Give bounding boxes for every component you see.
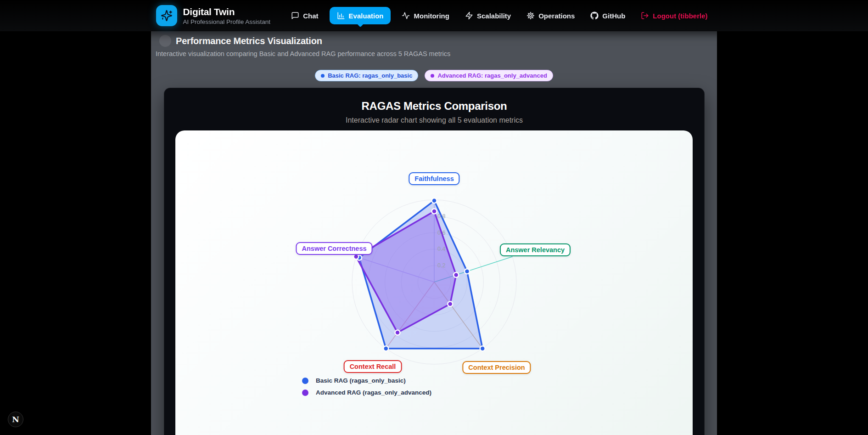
experiment-badges: Basic RAG: ragas_only_basic Advanced RAG… <box>151 70 717 81</box>
page-title: Performance Metrics Visualization <box>176 36 322 46</box>
github-icon <box>590 11 599 20</box>
nav-item-operations[interactable]: Operations <box>522 8 579 23</box>
nav-item-label: Monitoring <box>414 12 449 20</box>
radar-chart-panel: 0.20.40.60.8 Faithfulness Answer Relevan… <box>175 130 693 435</box>
nav-item-label: Evaluation <box>349 12 384 20</box>
badge-label: Advanced RAG: ragas_only_advanced <box>437 72 547 79</box>
nav-menu: Chat Evaluation Monitoring Scalability <box>286 7 712 24</box>
chat-icon <box>291 11 299 20</box>
legend-item-basic: Basic RAG (ragas_only_basic) <box>302 377 431 384</box>
legend-dot-advanced <box>302 390 308 396</box>
nav-item-label: Scalability <box>477 12 511 20</box>
axis-label-answer-relevancy[interactable]: Answer Relevancy <box>500 243 571 256</box>
axis-label-context-precision[interactable]: Context Precision <box>462 361 531 374</box>
legend-label: Basic RAG (ragas_only_basic) <box>316 377 406 384</box>
legend-dot-basic <box>302 378 308 384</box>
page-subtitle: Interactive visualization comparing Basi… <box>156 50 712 57</box>
svg-text:0.8: 0.8 <box>437 213 445 220</box>
logout-icon <box>641 11 649 20</box>
chart-card: RAGAS Metrics Comparison Interactive rad… <box>164 88 705 435</box>
nav-item-github[interactable]: GitHub <box>586 8 630 23</box>
app-subtitle: AI Professional Profile Assistant <box>183 18 271 25</box>
nav-item-label: GitHub <box>602 12 625 20</box>
axis-label-answer-correctness[interactable]: Answer Correctness <box>296 242 372 255</box>
sparkles-icon <box>161 10 173 22</box>
chart-title: RAGAS Metrics Comparison <box>164 100 704 113</box>
badge-dot <box>321 74 325 78</box>
nav-item-chat[interactable]: Chat <box>286 8 323 23</box>
logout-button[interactable]: Logout (tibberle) <box>636 8 712 23</box>
nav-item-label: Chat <box>303 12 318 20</box>
svg-text:0.6: 0.6 <box>437 230 445 236</box>
legend-item-advanced: Advanced RAG (ragas_only_advanced) <box>302 389 431 396</box>
badge-advanced-rag: Advanced RAG: ragas_only_advanced <box>425 70 553 81</box>
dev-indicator-label: N <box>12 415 19 424</box>
svg-text:0.2: 0.2 <box>437 262 445 269</box>
logout-label: Logout (tibberle) <box>653 12 707 20</box>
zap-icon <box>465 11 473 20</box>
nav-item-scalability[interactable]: Scalability <box>460 8 515 23</box>
nav-item-evaluation[interactable]: Evaluation <box>330 7 391 24</box>
axis-label-faithfulness[interactable]: Faithfulness <box>409 172 459 185</box>
top-nav: Digital Twin AI Professional Profile Ass… <box>0 0 868 31</box>
svg-text:0.4: 0.4 <box>437 246 445 252</box>
chart-subtitle: Interactive radar chart showing all 5 ev… <box>164 116 704 124</box>
brand: Digital Twin AI Professional Profile Ass… <box>156 5 271 26</box>
badge-dot <box>431 74 434 78</box>
badge-basic-rag: Basic RAG: ragas_only_basic <box>315 70 418 81</box>
app-title: Digital Twin <box>183 6 271 17</box>
app-logo <box>156 5 177 26</box>
chart-legend: Basic RAG (ragas_only_basic) Advanced RA… <box>302 377 431 396</box>
content-area: Performance Metrics Visualization Intera… <box>151 31 717 435</box>
section-icon <box>159 35 171 47</box>
nextjs-dev-indicator[interactable]: N <box>8 412 23 427</box>
legend-label: Advanced RAG (ragas_only_advanced) <box>316 389 431 396</box>
nav-item-label: Operations <box>538 12 575 20</box>
gear-icon <box>526 11 535 20</box>
bar-chart-icon <box>337 11 345 20</box>
badge-label: Basic RAG: ragas_only_basic <box>328 72 412 79</box>
activity-icon <box>402 11 410 20</box>
nav-item-monitoring[interactable]: Monitoring <box>397 8 454 23</box>
axis-label-context-recall[interactable]: Context Recall <box>344 360 402 373</box>
